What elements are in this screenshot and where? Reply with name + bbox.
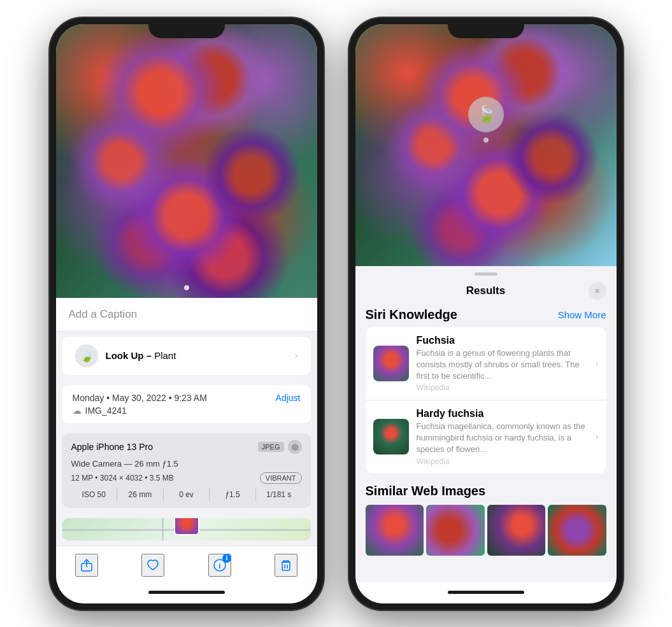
flower-image bbox=[56, 24, 317, 298]
photo-area-2[interactable]: 🍃 bbox=[355, 24, 617, 266]
exif-row: ISO 50 26 mm 0 ev ƒ1.5 1/181 s bbox=[71, 488, 302, 502]
info-panel: Add a Caption 🍃 Look Up – Plant › Monday… bbox=[56, 298, 317, 546]
exif-iso: ISO 50 bbox=[71, 488, 118, 502]
map-thumb-image bbox=[175, 518, 198, 534]
fuchsia-source: Wikipedia bbox=[417, 383, 588, 392]
hardy-fuchsia-name: Hardy fuchsia bbox=[417, 408, 588, 419]
hardy-fuchsia-description: Fuchsia magellanica, commonly known as t… bbox=[417, 421, 588, 456]
exif-aperture: ƒ1.5 bbox=[210, 488, 256, 502]
hardy-fuchsia-thumbnail bbox=[373, 419, 409, 454]
lookup-icon: 🍃 bbox=[75, 344, 98, 367]
fuchsia-content: Fuchsia Fuchsia is a genus of flowering … bbox=[417, 335, 588, 393]
home-indicator bbox=[56, 582, 317, 603]
exif-focal: 26 mm bbox=[117, 488, 164, 502]
results-title: Results bbox=[383, 285, 589, 297]
lookup-row[interactable]: 🍃 Look Up – Plant › bbox=[62, 337, 311, 375]
exif-shutter: 1/181 s bbox=[256, 488, 302, 502]
hardy-fuchsia-content: Hardy fuchsia Fuchsia magellanica, commo… bbox=[417, 408, 588, 466]
phone-1-screen: Add a Caption 🍃 Look Up – Plant › Monday… bbox=[56, 24, 317, 603]
siri-knowledge-title: Siri Knowledge bbox=[366, 307, 457, 322]
hardy-thumb-image bbox=[373, 419, 409, 454]
p2-home-indicator bbox=[355, 582, 617, 603]
toolbar: i i bbox=[56, 546, 317, 582]
similar-title: Similar Web Images bbox=[366, 484, 606, 498]
info-button[interactable]: i i bbox=[208, 554, 231, 577]
hardy-chevron-icon: › bbox=[596, 432, 599, 442]
leaf-icon: 🍃 bbox=[476, 104, 496, 124]
filename-text: IMG_4241 bbox=[85, 405, 127, 416]
knowledge-item-hardy-fuchsia[interactable]: Hardy fuchsia Fuchsia magellanica, commo… bbox=[366, 400, 606, 474]
siri-indicator-dot bbox=[483, 137, 489, 143]
caption-area[interactable]: Add a Caption bbox=[56, 298, 317, 332]
similar-image-3[interactable] bbox=[487, 505, 546, 556]
fuchsia-thumb-image bbox=[373, 346, 409, 381]
siri-visual-lookup-button[interactable]: 🍃 bbox=[468, 97, 504, 132]
similar-images-row bbox=[366, 505, 606, 556]
camera-section: Apple iPhone 13 Pro JPEG ◎ Wide Camera —… bbox=[62, 433, 311, 508]
favorite-button[interactable] bbox=[141, 554, 164, 577]
lookup-label: Look Up – Plant bbox=[106, 350, 176, 361]
cloud-icon: ☁ bbox=[73, 405, 82, 416]
svg-rect-3 bbox=[282, 562, 290, 570]
fuchsia-name: Fuchsia bbox=[417, 335, 588, 346]
caption-placeholder[interactable]: Add a Caption bbox=[69, 308, 138, 320]
phone-2: 🍃 Results × Siri Knowledge Show More bbox=[349, 18, 623, 610]
show-more-button[interactable]: Show More bbox=[558, 309, 606, 320]
camera-badges: JPEG ◎ bbox=[258, 440, 302, 454]
phone-1: Add a Caption 🍃 Look Up – Plant › Monday… bbox=[50, 18, 324, 610]
info-badge: i bbox=[222, 554, 231, 563]
knowledge-item-fuchsia[interactable]: Fuchsia Fuchsia is a genus of flowering … bbox=[366, 327, 606, 401]
home-bar bbox=[148, 591, 225, 594]
p2-home-bar bbox=[448, 591, 524, 594]
hardy-fuchsia-source: Wikipedia bbox=[417, 457, 588, 466]
map-area[interactable] bbox=[62, 518, 311, 540]
format-badge: JPEG bbox=[258, 442, 284, 452]
camera-specs-1: Wide Camera — 26 mm ƒ1.5 bbox=[71, 459, 302, 468]
camera-name: Apple iPhone 13 Pro bbox=[71, 442, 153, 452]
similar-image-4[interactable] bbox=[548, 505, 606, 556]
photo-area[interactable] bbox=[56, 24, 317, 298]
camera-specs-2: 12 MP • 3024 × 4032 • 3.5 MB bbox=[71, 474, 174, 483]
similar-image-1[interactable] bbox=[366, 505, 424, 556]
map-thumbnail bbox=[174, 518, 199, 535]
meta-section: Monday • May 30, 2022 • 9:23 AM Adjust ☁… bbox=[62, 385, 311, 423]
exif-ev: 0 ev bbox=[164, 488, 210, 502]
lookup-chevron-icon: › bbox=[294, 350, 297, 362]
page-dot bbox=[184, 285, 189, 290]
siri-knowledge-section: Siri Knowledge Show More Fuchsia Fuchsia… bbox=[355, 305, 617, 474]
adjust-button[interactable]: Adjust bbox=[276, 393, 301, 403]
meta-date-row: Monday • May 30, 2022 • 9:23 AM Adjust bbox=[73, 393, 301, 403]
flower-image-2 bbox=[355, 24, 617, 266]
fuchsia-description: Fuchsia is a genus of flowering plants t… bbox=[417, 348, 588, 383]
results-header: Results × bbox=[355, 276, 617, 305]
share-button[interactable] bbox=[75, 554, 98, 577]
meta-filename: ☁ IMG_4241 bbox=[73, 405, 301, 416]
camera-specs-row2: 12 MP • 3024 × 4032 • 3.5 MB VIBRANT bbox=[71, 472, 302, 484]
map-road-v bbox=[162, 518, 164, 540]
siri-knowledge-header: Siri Knowledge Show More bbox=[366, 307, 606, 322]
similar-image-2[interactable] bbox=[426, 505, 485, 556]
knowledge-card: Fuchsia Fuchsia is a genus of flowering … bbox=[366, 327, 606, 474]
style-badge: VIBRANT bbox=[260, 472, 302, 484]
meta-date: Monday • May 30, 2022 • 9:23 AM bbox=[73, 393, 207, 403]
phone-2-screen: 🍃 Results × Siri Knowledge Show More bbox=[355, 24, 617, 603]
fuchsia-chevron-icon: › bbox=[596, 358, 599, 369]
delete-button[interactable] bbox=[275, 554, 297, 577]
fuchsia-thumbnail bbox=[373, 346, 409, 381]
results-panel: Results × Siri Knowledge Show More bbox=[355, 266, 617, 582]
svg-text:i: i bbox=[218, 561, 220, 569]
close-button[interactable]: × bbox=[589, 282, 606, 300]
location-icon: ◎ bbox=[288, 440, 302, 454]
similar-section: Similar Web Images bbox=[355, 474, 617, 556]
camera-header: Apple iPhone 13 Pro JPEG ◎ bbox=[71, 440, 302, 454]
